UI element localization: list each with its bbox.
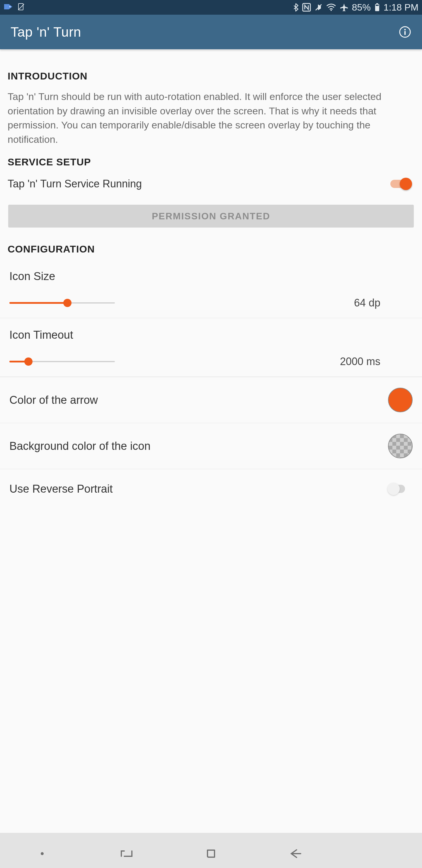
svg-rect-7 [376, 3, 378, 4]
clock-text: 1:18 PM [384, 2, 419, 13]
section-header-service-setup: SERVICE SETUP [0, 149, 422, 169]
config-arrow-color[interactable]: Color of the arrow [0, 377, 422, 423]
wifi-icon [326, 3, 336, 11]
airplane-icon [339, 3, 349, 12]
tag-icon [3, 2, 13, 13]
nav-dot-icon [33, 845, 51, 862]
config-background-color[interactable]: Background color of the icon [0, 423, 422, 469]
app-title: Tap 'n' Turn [10, 24, 81, 40]
arrow-color-label: Color of the arrow [9, 394, 98, 406]
config-reverse-portrait[interactable]: Use Reverse Portrait [0, 469, 422, 496]
nav-home-button[interactable] [202, 845, 220, 862]
svg-point-0 [9, 6, 10, 7]
icon-timeout-value: 2000 ms [340, 355, 413, 368]
icon-size-slider[interactable] [9, 299, 115, 307]
config-icon-size: Icon Size 64 dp [0, 256, 422, 318]
battery-percent: 85% [352, 2, 371, 13]
arrow-color-swatch[interactable] [388, 388, 413, 412]
background-color-label: Background color of the icon [9, 440, 151, 453]
icon-size-value: 64 dp [354, 297, 413, 309]
mute-icon [315, 3, 323, 11]
service-running-switch[interactable] [390, 177, 414, 191]
bluetooth-icon [293, 3, 299, 12]
permission-button[interactable]: PERMISSION GRANTED [8, 205, 414, 227]
nav-back-button[interactable] [287, 845, 304, 862]
service-running-label: Tap 'n' Turn Service Running [8, 178, 142, 190]
nav-recents-button[interactable] [118, 845, 135, 862]
nfc-icon [302, 3, 311, 12]
info-button[interactable] [398, 26, 412, 38]
section-header-introduction: INTRODUCTION [0, 49, 422, 83]
icon-timeout-label: Icon Timeout [9, 329, 413, 341]
section-header-configuration: CONFIGURATION [0, 227, 422, 256]
navigation-bar [0, 839, 422, 868]
status-bar: 85% 1:18 PM [0, 0, 422, 15]
svg-point-5 [331, 10, 332, 11]
svg-rect-8 [376, 5, 379, 6]
sim-off-icon [18, 2, 25, 13]
reverse-portrait-switch[interactable] [389, 482, 413, 496]
icon-size-label: Icon Size [9, 270, 413, 283]
battery-icon [374, 3, 380, 12]
reverse-portrait-label: Use Reverse Portrait [9, 483, 113, 495]
content: INTRODUCTION Tap 'n' Turn should be run … [0, 49, 422, 496]
background-color-swatch[interactable] [388, 434, 413, 458]
config-icon-timeout: Icon Timeout 2000 ms [0, 318, 422, 377]
icon-timeout-slider[interactable] [9, 357, 115, 366]
app-bar: Tap 'n' Turn [0, 15, 422, 49]
introduction-body: Tap 'n' Turn should be run with auto-rot… [0, 83, 422, 149]
svg-rect-11 [404, 31, 405, 35]
nav-spacer [371, 845, 389, 862]
nav-bar-edge [0, 833, 422, 839]
svg-point-10 [404, 29, 406, 31]
